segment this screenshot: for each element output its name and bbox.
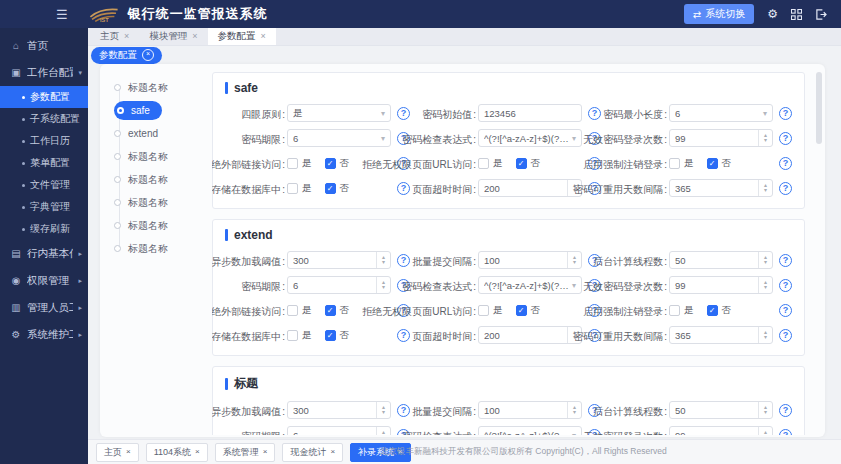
- stepper-arrows[interactable]: ▴▾: [758, 327, 772, 343]
- sidebar-item-管理人员工具[interactable]: ▥管理人员工具▸: [0, 294, 88, 321]
- sidebar-item-系统维护工具[interactable]: ⚙系统维护工具▸: [0, 321, 88, 348]
- select-input[interactable]: 6▾: [287, 129, 391, 147]
- help-icon[interactable]: ?: [397, 404, 410, 417]
- settings-gear-icon[interactable]: ⚙: [767, 8, 778, 20]
- stepper-down-icon[interactable]: ▾: [764, 410, 767, 415]
- tab-close-icon[interactable]: ×: [192, 32, 197, 41]
- anchor-item-5[interactable]: 标题名称: [114, 168, 208, 191]
- number-stepper[interactable]: 300▴▾: [287, 401, 391, 419]
- number-stepper[interactable]: 365▴▾: [669, 326, 773, 344]
- checkbox-no[interactable]: ✓: [325, 330, 336, 341]
- select-input[interactable]: 是▾: [287, 104, 391, 122]
- help-icon[interactable]: ?: [779, 157, 792, 170]
- checkbox-no[interactable]: ✓: [325, 183, 336, 194]
- help-icon[interactable]: ?: [588, 107, 601, 120]
- checkbox-yes[interactable]: [669, 305, 680, 316]
- top-tab-1[interactable]: 主页×: [90, 28, 139, 45]
- scrollbar-thumb[interactable]: [816, 72, 822, 144]
- number-stepper[interactable]: 200▴▾: [478, 326, 582, 344]
- stepper-down-icon[interactable]: ▾: [764, 260, 767, 265]
- stepper-arrows[interactable]: ▴▾: [758, 252, 772, 268]
- stepper-down-icon[interactable]: ▾: [382, 410, 385, 415]
- stepper-down-icon[interactable]: ▾: [573, 410, 576, 415]
- menu-collapse-icon[interactable]: ☰: [56, 8, 68, 21]
- number-stepper[interactable]: 99▴▾: [669, 426, 773, 435]
- number-stepper[interactable]: 6▴▾: [287, 426, 391, 435]
- stepper-arrows[interactable]: ▴▾: [567, 252, 581, 268]
- checkbox-yes[interactable]: [669, 158, 680, 169]
- stepper-down-icon[interactable]: ▾: [764, 335, 767, 340]
- logout-icon[interactable]: [815, 9, 827, 20]
- filter-chip[interactable]: 参数配置 ×: [91, 47, 162, 64]
- checkbox-yes[interactable]: [478, 305, 489, 316]
- checkbox-yes[interactable]: [478, 158, 489, 169]
- stepper-down-icon[interactable]: ▾: [764, 188, 767, 193]
- checkbox-no[interactable]: ✓: [707, 158, 718, 169]
- tab-close-icon[interactable]: ×: [124, 32, 129, 41]
- select-input[interactable]: ^(?![^a-zA-z]+$)(?!D+$)([0-9A-Z...▾: [478, 276, 582, 294]
- sidebar-subitem-参数配置[interactable]: 参数配置: [0, 86, 88, 108]
- system-switch-button[interactable]: ⇄ 系统切换: [684, 4, 754, 24]
- number-stepper[interactable]: 99▴▾: [669, 276, 773, 294]
- help-icon[interactable]: ?: [779, 429, 792, 436]
- help-icon[interactable]: ?: [779, 182, 792, 195]
- bottom-tab-close-icon[interactable]: ×: [126, 448, 131, 456]
- help-icon[interactable]: ?: [397, 254, 410, 267]
- chip-close-icon[interactable]: ×: [142, 49, 154, 61]
- checkbox-no[interactable]: ✓: [516, 305, 527, 316]
- stepper-arrows[interactable]: ▴▾: [376, 427, 390, 435]
- stepper-down-icon[interactable]: ▾: [573, 260, 576, 265]
- anchor-item-6[interactable]: 标题名称: [114, 191, 208, 214]
- top-tab-3[interactable]: 参数配置×: [208, 28, 276, 45]
- anchor-item-3[interactable]: extend: [114, 122, 208, 145]
- number-stepper[interactable]: 50▴▾: [669, 251, 773, 269]
- stepper-arrows[interactable]: ▴▾: [376, 402, 390, 418]
- stepper-arrows[interactable]: ▴▾: [758, 277, 772, 293]
- anchor-item-4[interactable]: 标题名称: [114, 145, 208, 168]
- anchor-item-7[interactable]: 标题名称: [114, 214, 208, 237]
- checkbox-no[interactable]: ✓: [325, 305, 336, 316]
- help-icon[interactable]: ?: [779, 329, 792, 342]
- apps-grid-icon[interactable]: [791, 9, 802, 20]
- checkbox-no[interactable]: ✓: [707, 305, 718, 316]
- bottom-tab-主页[interactable]: 主页×: [96, 443, 139, 462]
- bottom-tab-close-icon[interactable]: ×: [330, 448, 335, 456]
- number-stepper[interactable]: 50▴▾: [669, 401, 773, 419]
- sidebar-subitem-子系统配置[interactable]: 子系统配置: [0, 108, 88, 130]
- checkbox-no[interactable]: ✓: [516, 158, 527, 169]
- sidebar-subitem-工作日历[interactable]: 工作日历: [0, 130, 88, 152]
- select-input[interactable]: ^(?![^a-zA-z]+$)(?!D+$)([0-9A-Z...▾: [478, 426, 582, 435]
- number-stepper[interactable]: 300▴▾: [287, 251, 391, 269]
- bottom-tab-系统管理[interactable]: 系统管理×: [215, 443, 276, 462]
- sidebar-subitem-文件管理[interactable]: 文件管理: [0, 174, 88, 196]
- number-stepper[interactable]: 100▴▾: [478, 401, 582, 419]
- sidebar-item-行内基本信息[interactable]: ▤行内基本信息▸: [0, 240, 88, 267]
- stepper-down-icon[interactable]: ▾: [382, 285, 385, 290]
- sidebar-item-首页[interactable]: ⌂首页: [0, 32, 88, 59]
- stepper-down-icon[interactable]: ▾: [382, 260, 385, 265]
- bottom-tab-close-icon[interactable]: ×: [195, 448, 200, 456]
- text-input[interactable]: 123456: [478, 104, 582, 122]
- stepper-arrows[interactable]: ▴▾: [567, 402, 581, 418]
- checkbox-no[interactable]: ✓: [325, 158, 336, 169]
- stepper-arrows[interactable]: ▴▾: [758, 130, 772, 146]
- sidebar-subitem-菜单配置[interactable]: 菜单配置: [0, 152, 88, 174]
- sidebar-subitem-缓存刷新[interactable]: 缓存刷新: [0, 218, 88, 240]
- help-icon[interactable]: ?: [779, 304, 792, 317]
- number-stepper[interactable]: 200▴▾: [478, 179, 582, 197]
- select-input[interactable]: 6▾: [669, 104, 773, 122]
- stepper-down-icon[interactable]: ▾: [764, 138, 767, 143]
- select-input[interactable]: ^(?![^a-zA-z]+$)(?!D+$)([0-9A-Z...▾: [478, 129, 582, 147]
- help-icon[interactable]: ?: [779, 132, 792, 145]
- tab-close-icon[interactable]: ×: [261, 32, 266, 41]
- help-icon[interactable]: ?: [397, 182, 410, 195]
- checkbox-yes[interactable]: [287, 305, 298, 316]
- stepper-arrows[interactable]: ▴▾: [758, 427, 772, 435]
- bottom-tab-1104系统[interactable]: 1104系统×: [146, 443, 208, 462]
- help-icon[interactable]: ?: [779, 279, 792, 292]
- anchor-item-2[interactable]: safe: [114, 101, 162, 120]
- stepper-down-icon[interactable]: ▾: [764, 285, 767, 290]
- number-stepper[interactable]: 6▴▾: [287, 276, 391, 294]
- top-tab-2[interactable]: 模块管理×: [139, 28, 207, 45]
- number-stepper[interactable]: 99▴▾: [669, 129, 773, 147]
